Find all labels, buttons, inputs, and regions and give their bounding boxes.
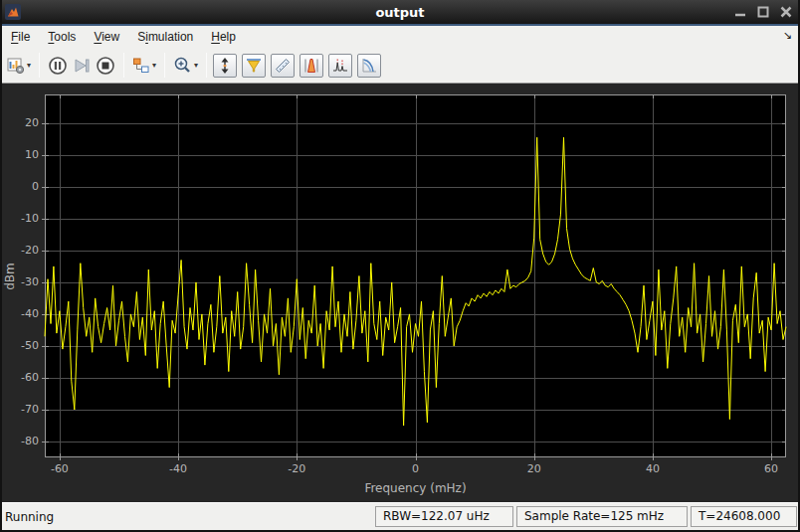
y-tick-label: 20 (0, 116, 39, 129)
title-bar[interactable]: output (0, 0, 800, 24)
plot-region: dBm Frequency (mHz) -60-40-2002040602010… (0, 84, 800, 502)
caret-down-icon: ▾ (27, 61, 31, 70)
scope-settings-button[interactable]: ▾ (5, 53, 33, 79)
y-tick-label: -20 (0, 244, 39, 257)
autoscale-y-button[interactable] (213, 54, 237, 78)
toolbar-separator (206, 53, 207, 78)
ccdf-measurements-button[interactable] (357, 54, 381, 78)
menu-bar: File Tools View Simulation Help ↘ (0, 26, 800, 48)
zoom-in-icon (173, 56, 192, 75)
simulation-status: Running (5, 510, 54, 524)
menu-view[interactable]: View (85, 28, 128, 46)
caret-down-icon: ▾ (152, 61, 156, 70)
stop-button[interactable] (94, 53, 117, 79)
scope-settings-icon (7, 57, 25, 75)
simulink-model-button[interactable]: ▾ (130, 53, 158, 79)
spectrum-chart (45, 94, 786, 457)
menu-help[interactable]: Help (202, 28, 245, 46)
x-tick-label: -60 (38, 462, 82, 475)
data-cursors-button[interactable] (271, 54, 295, 78)
y-tick-label: -30 (0, 275, 39, 288)
toolbar: ▾ ▾ (0, 48, 800, 84)
y-tick-label: -40 (0, 307, 39, 320)
x-tick-label: 20 (512, 462, 556, 475)
y-tick-label: 10 (0, 148, 39, 161)
y-tick-label: 0 (0, 180, 39, 193)
pause-button[interactable] (46, 53, 70, 79)
stop-icon (96, 56, 115, 76)
x-tick-label: 40 (631, 462, 675, 475)
x-tick-label: -20 (275, 462, 318, 475)
step-forward-icon (72, 56, 92, 76)
x-axis-label: Frequency (mHz) (45, 481, 786, 495)
sample-rate-panel: Sample Rate=125 mHz (516, 506, 688, 527)
menu-file[interactable]: File (2, 28, 39, 46)
spectrum-trace (45, 137, 786, 426)
peak-finder-icon (302, 57, 320, 75)
y-tick-label: -70 (0, 403, 39, 416)
x-tick-label: 60 (749, 462, 793, 475)
menu-tools[interactable]: Tools (39, 28, 85, 46)
x-tick-label: -40 (156, 462, 200, 475)
distortion-measurements-icon (331, 57, 349, 75)
x-tick-label: 0 (394, 462, 438, 475)
distortion-measurements-button[interactable] (328, 54, 352, 78)
status-bar: Running RBW=122.07 uHz Sample Rate=125 m… (0, 502, 800, 530)
data-cursors-icon (274, 57, 292, 75)
sim-time-panel: T=24608.000 (691, 506, 797, 527)
y-tick-label: -80 (0, 435, 39, 447)
spectral-mask-icon (245, 57, 263, 75)
y-tick-label: -50 (0, 339, 39, 352)
pause-icon (48, 56, 68, 76)
peak-finder-button[interactable] (300, 54, 323, 78)
minimize-button[interactable] (733, 5, 747, 19)
toolbar-separator (123, 53, 124, 78)
toolbar-separator (39, 53, 40, 78)
close-button[interactable] (779, 5, 793, 19)
menubar-overflow-arrow-icon[interactable]: ↘ (783, 29, 792, 42)
step-forward-button[interactable] (70, 53, 94, 79)
zoom-in-button[interactable]: ▾ (171, 53, 200, 79)
autoscale-y-icon (216, 57, 234, 75)
simulink-model-icon (132, 57, 150, 75)
y-tick-label: -60 (0, 371, 39, 384)
y-tick-label: -10 (0, 212, 39, 225)
window-title: output (0, 5, 800, 20)
spectral-mask-button[interactable] (242, 54, 266, 78)
ccdf-measurements-icon (360, 57, 378, 75)
caret-down-icon: ▾ (194, 61, 198, 70)
plot-area[interactable] (45, 94, 786, 457)
spectrum-analyzer-window: output File Tools View Simulation Help ↘ (0, 0, 800, 532)
rbw-panel: RBW=122.07 uHz (375, 506, 513, 527)
menu-simulation[interactable]: Simulation (128, 28, 202, 46)
maximize-button[interactable] (756, 5, 770, 19)
toolbar-separator (164, 53, 165, 78)
